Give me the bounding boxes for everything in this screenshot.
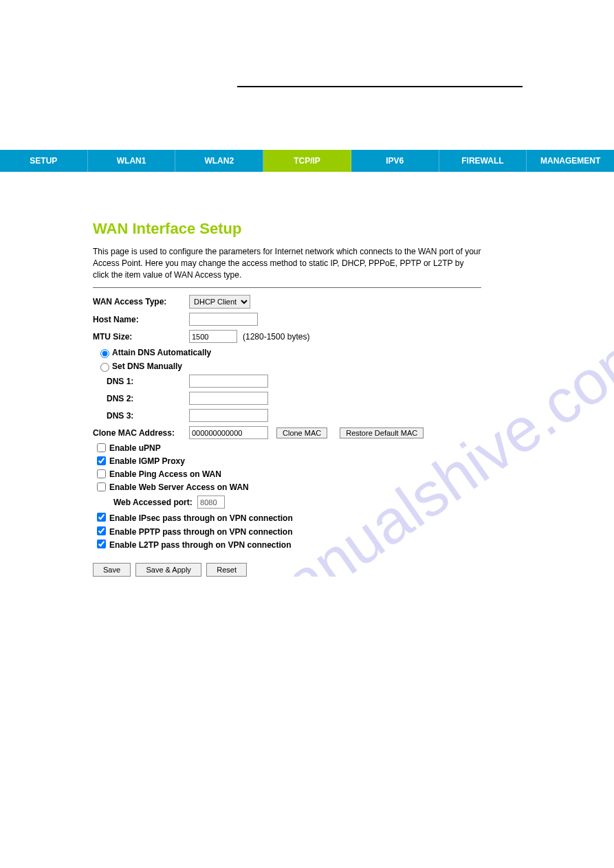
wan-access-type-label: WAN Access Type: <box>93 297 189 307</box>
tab-ipv6[interactable]: IPV6 <box>351 150 439 172</box>
l2tp-label: Enable L2TP pass through on VPN connecti… <box>109 539 291 550</box>
ipsec-checkbox[interactable] <box>97 513 106 522</box>
host-name-input[interactable] <box>189 313 258 326</box>
dns2-input[interactable] <box>189 392 268 405</box>
dns3-input[interactable] <box>189 409 268 422</box>
dns-manual-radio[interactable] <box>100 363 109 372</box>
dns1-label: DNS 1: <box>93 377 189 386</box>
dns2-label: DNS 2: <box>93 394 189 403</box>
clone-mac-button[interactable]: Clone MAC <box>276 427 327 438</box>
restore-mac-button[interactable]: Restore Default MAC <box>340 427 424 438</box>
pptp-label: Enable PPTP pass through on VPN connecti… <box>109 526 292 537</box>
save-button[interactable]: Save <box>93 563 131 577</box>
upnp-checkbox[interactable] <box>97 443 106 452</box>
l2tp-checkbox[interactable] <box>97 539 106 548</box>
igmp-label: Enable IGMP Proxy <box>109 456 185 466</box>
page-content: WAN Interface Setup This page is used to… <box>93 220 481 577</box>
dns-auto-label: Attain DNS Automatically <box>112 348 211 357</box>
dns-auto-radio[interactable] <box>100 349 109 358</box>
tab-management[interactable]: MANAGEMENT <box>527 150 614 172</box>
pptp-checkbox[interactable] <box>97 526 106 535</box>
save-apply-button[interactable]: Save & Apply <box>135 563 201 577</box>
tab-tcpip[interactable]: TCP/IP <box>263 150 351 172</box>
ping-wan-checkbox[interactable] <box>97 469 106 478</box>
dns3-label: DNS 3: <box>93 411 189 421</box>
web-port-input[interactable] <box>197 496 225 509</box>
ping-wan-label: Enable Ping Access on WAN <box>109 469 221 479</box>
tab-wlan2[interactable]: WLAN2 <box>175 150 263 172</box>
mtu-input[interactable] <box>189 330 237 343</box>
mtu-note: (1280-1500 bytes) <box>243 332 309 342</box>
tab-setup[interactable]: SETUP <box>0 150 88 172</box>
dns-manual-label: Set DNS Manually <box>112 361 182 371</box>
mtu-label: MTU Size: <box>93 332 189 342</box>
reset-button[interactable]: Reset <box>206 563 247 577</box>
dns1-input[interactable] <box>189 375 268 388</box>
clone-mac-input[interactable] <box>189 426 268 439</box>
web-port-label: Web Accessed port: <box>113 498 193 507</box>
upnp-label: Enable uPNP <box>109 443 161 453</box>
divider <box>93 287 481 288</box>
tab-wlan1[interactable]: WLAN1 <box>88 150 176 172</box>
ipsec-label: Enable IPsec pass through on VPN connect… <box>109 513 293 524</box>
tab-firewall[interactable]: FIREWALL <box>439 150 527 172</box>
header-line <box>237 86 523 87</box>
igmp-checkbox[interactable] <box>97 456 106 465</box>
wan-access-type-select[interactable]: DHCP Client <box>189 295 250 309</box>
clone-mac-label: Clone MAC Address: <box>93 428 189 438</box>
host-name-label: Host Name: <box>93 315 189 324</box>
page-title: WAN Interface Setup <box>93 220 481 238</box>
web-wan-checkbox[interactable] <box>97 482 106 491</box>
main-nav: SETUP WLAN1 WLAN2 TCP/IP IPV6 FIREWALL M… <box>0 150 614 172</box>
page-intro: This page is used to configure the param… <box>93 246 481 280</box>
web-wan-label: Enable Web Server Access on WAN <box>109 482 249 492</box>
